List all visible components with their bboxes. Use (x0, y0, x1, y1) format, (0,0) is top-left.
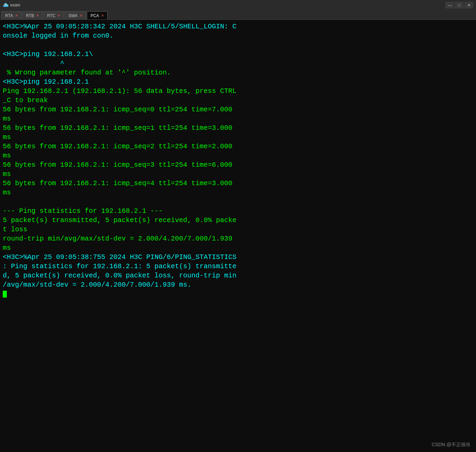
terminal-line-17: 56 bytes from 192.168.2.1: icmp_seq=4 tt… (3, 179, 473, 188)
minimize-button[interactable]: — (445, 2, 454, 9)
tab-close-SWA[interactable]: ✕ (80, 14, 82, 17)
terminal-line-2: onsole logged in from con0. (3, 31, 473, 40)
terminal-line-19: --- Ping statistics for 192.168.2.1 --- (3, 206, 473, 216)
tab-RTA[interactable]: RTA ✕ (1, 11, 22, 19)
terminal-line-26: d, 5 packet(s) received, 0.0% packet los… (3, 271, 473, 280)
title-bar: exam — □ ✕ (0, 0, 476, 10)
terminal-line-6: <H3C>ping 192.168.2.1 (3, 77, 473, 86)
terminal-line-4: ^ (3, 59, 473, 68)
tab-close-PCA[interactable]: ✕ (101, 14, 104, 17)
svg-point-2 (6, 5, 8, 6)
terminal-line-1: <H3C>%Apr 25 09:05:28:342 2024 H3C SHELL… (3, 22, 473, 31)
terminal-line-25: : Ping statistics for 192.168.2.1: 5 pac… (3, 262, 473, 271)
terminal-line-7: Ping 192.168.2.1 (192.168.2.1): 56 data … (3, 86, 473, 96)
terminal-line-21: t loss (3, 225, 473, 234)
tab-label-RTB: RTB (26, 13, 34, 18)
tab-label-SWA: SWA (68, 13, 78, 18)
cursor-block (3, 291, 7, 298)
app-window: exam — □ ✕ RTA ✕ RTB ✕ RTC ✕ SWA ✕ PCA ✕ (0, 0, 476, 452)
maximize-button[interactable]: □ (455, 2, 464, 9)
svg-point-1 (5, 4, 6, 5)
terminal-line-blank-1 (3, 40, 473, 50)
terminal-line-16: ms (3, 169, 473, 179)
terminal-line-11: 56 bytes from 192.168.2.1: icmp_seq=1 tt… (3, 123, 473, 133)
terminal-line-13: 56 bytes from 192.168.2.1: icmp_seq=2 tt… (3, 142, 473, 151)
title-bar-logo: exam (3, 2, 20, 8)
close-button[interactable]: ✕ (464, 2, 473, 9)
tab-label-PCA: PCA (91, 13, 99, 18)
tab-RTC[interactable]: RTC ✕ (43, 11, 64, 19)
window-controls: — □ ✕ (445, 2, 473, 9)
terminal-line-22: round-trip min/avg/max/std-dev = 2.000/4… (3, 234, 473, 243)
tab-close-RTA[interactable]: ✕ (15, 14, 18, 17)
terminal-line-3: <H3C>ping 192.168.2.1\ (3, 50, 473, 59)
terminal-area: <H3C>%Apr 25 09:05:28:342 2024 H3C SHELL… (0, 20, 476, 452)
terminal-line-blank-2 (3, 197, 473, 206)
terminal-line-8: _C to break (3, 96, 473, 105)
terminal-line-5: % Wrong parameter found at '^' position. (3, 68, 473, 77)
tab-PCA[interactable]: PCA ✕ (87, 11, 108, 19)
terminal-line-20: 5 packet(s) transmitted, 5 packet(s) rec… (3, 216, 473, 225)
tab-close-RTB[interactable]: ✕ (36, 14, 39, 17)
terminal-line-24: <H3C>%Apr 25 09:05:38:755 2024 H3C PING/… (3, 252, 473, 262)
app-logo-icon (3, 2, 9, 8)
svg-point-0 (4, 5, 5, 6)
tab-bar: RTA ✕ RTB ✕ RTC ✕ SWA ✕ PCA ✕ (0, 10, 476, 20)
terminal-line-12: ms (3, 133, 473, 142)
tab-label-RTC: RTC (47, 13, 55, 18)
terminal-line-15: 56 bytes from 192.168.2.1: icmp_seq=3 tt… (3, 160, 473, 169)
app-title: exam (10, 3, 20, 8)
terminal-line-14: ms (3, 151, 473, 160)
terminal-line-18: ms (3, 188, 473, 197)
terminal-line-23: ms (3, 243, 473, 252)
tab-label-RTA: RTA (5, 13, 13, 18)
terminal-line-10: ms (3, 114, 473, 123)
watermark: CSDN @不正很吊 (432, 441, 471, 448)
tab-RTB[interactable]: RTB ✕ (22, 11, 43, 19)
terminal-cursor-line (3, 289, 473, 299)
tab-close-RTC[interactable]: ✕ (57, 14, 60, 17)
terminal-line-9: 56 bytes from 192.168.2.1: icmp_seq=0 tt… (3, 105, 473, 114)
tab-SWA[interactable]: SWA ✕ (65, 11, 86, 19)
terminal-line-27: /avg/max/std-dev = 2.000/4.200/7.000/1.9… (3, 280, 473, 289)
